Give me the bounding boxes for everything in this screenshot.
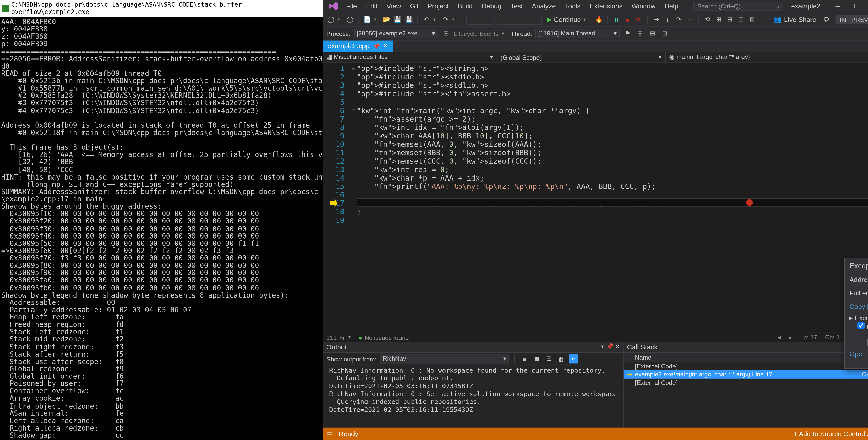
menu-file[interactable]: File [342,1,361,11]
tool-icon-5[interactable]: ⊠ [748,15,757,24]
config-dropdown[interactable] [466,14,494,25]
vs-titlebar: File Edit View Git Project Build Debug T… [323,0,868,12]
platform-dropdown[interactable] [497,14,541,25]
tool-icon-3[interactable]: ⊟ [725,15,734,24]
stack-frame-icon[interactable]: ⚑ [623,29,632,38]
pin-icon[interactable]: 📌 [373,43,379,49]
console-output[interactable]: AAA: 004AFB00 y: 004AFB30 z: 004AFB60 p:… [0,17,323,440]
tab-close-icon[interactable]: ✕ [383,42,389,50]
member-dropdown[interactable]: ◉ main(int argc, char ** argv)▾ [666,52,868,63]
add-source-control[interactable]: ↑ Add to Source Control ▴ [794,430,868,438]
dbg-tool-3[interactable]: ⊡ [660,29,669,38]
thread-dropdown[interactable]: [11916] Main Thread▾ [535,29,620,38]
editor-tabs: example2.cpp 📌 ✕ [323,41,868,52]
open-icon[interactable]: 📂 [382,15,391,24]
output-tool-2[interactable]: ≣ [532,354,541,363]
output-text[interactable]: RichNav Information: 0 : No workspace fo… [323,365,623,428]
search-placeholder: Search (Ctrl+Q) [697,3,741,9]
save-all-icon[interactable]: 💾 [405,15,413,24]
continue-button[interactable]: ▶ Continue ▾ [544,15,592,24]
hot-reload-icon[interactable]: 🔥 [594,15,603,24]
redo-icon[interactable]: ↷ [441,15,450,24]
console-titlebar[interactable]: C:\MSDN\cpp-docs-pr\docs\c-language\ASAN… [0,0,323,17]
int-preview-badge[interactable]: INT PREVIEW [835,15,868,24]
exception-title: Exception Thrown [849,262,868,270]
line-numbers: 12345678910111213141516171819 [323,63,350,332]
exception-detail: Full error details can be found in the o… [849,289,868,297]
new-item-icon[interactable]: 📄 [363,15,372,24]
minimize-button[interactable]: ─ [828,0,847,12]
copy-details-link[interactable]: Copy Details [849,303,868,310]
menu-extensions[interactable]: Extensions [586,1,626,11]
exception-settings-header[interactable]: ▸ Exception Settings [849,314,868,322]
lifecycle-label[interactable]: Lifecycle Events [454,30,499,37]
nav-back-icon[interactable]: ◯ [327,15,335,24]
tool-icon-4[interactable]: ⊡ [737,15,746,24]
zoom-level[interactable]: 111 % [327,334,344,341]
menu-view[interactable]: View [383,1,405,11]
menu-edit[interactable]: Edit [362,1,381,11]
menu-project[interactable]: Project [424,1,453,11]
break-checkbox[interactable]: Break when this exception type is thrown [857,323,868,331]
search-box[interactable]: Search (Ctrl+Q) ⌕ [693,2,783,11]
output-source-dropdown[interactable]: RichNav▾ [380,354,509,363]
step-over-icon[interactable]: ↷ [674,15,683,24]
restart-icon[interactable]: ⟳ [634,15,643,24]
output-dd-icon[interactable]: ▾ [601,343,604,351]
tool-icon-1[interactable]: ⟲ [703,15,712,24]
output-close-icon[interactable]: ✕ [615,343,620,351]
tab-example2-cpp[interactable]: example2.cpp 📌 ✕ [323,41,393,52]
save-icon[interactable]: 💾 [393,15,402,24]
menu-git[interactable]: Git [406,1,423,11]
process-dropdown[interactable]: [28056] example2.exe▾ [354,29,438,38]
show-next-icon[interactable]: ➡ [652,15,661,24]
cs-name-header[interactable]: Name [627,354,862,361]
live-share-icon: 👥 [773,15,782,24]
nav-right-icon[interactable]: ▸ [789,334,792,341]
feedback-icon[interactable]: 🗩 [822,15,831,24]
output-tool-4[interactable]: 🗑 [557,354,566,363]
func-icon: ◉ [669,54,677,60]
nav-fwd-icon[interactable]: ◯ [346,15,354,24]
menu-analyze[interactable]: Analyze [528,1,560,11]
char-info[interactable]: Ch: 1 [825,334,840,341]
exception-message: Address Sanitizer Error: Stack buffer ov… [849,276,868,284]
undo-icon[interactable]: ↶ [422,15,431,24]
output-pin-icon[interactable]: 📌 [606,343,613,351]
show-output-label: Show output from: [327,355,376,362]
maximize-button[interactable]: ☐ [847,0,866,12]
stop-icon[interactable]: ■ [623,15,632,24]
live-share-button[interactable]: 👥 Live Share [770,15,819,24]
menu-debug[interactable]: Debug [478,1,505,11]
scope-dropdown[interactable]: (Global Scope)▾ [497,52,665,63]
tool-icon-2[interactable]: ⊞ [714,15,723,24]
close-button[interactable]: ✕ [866,0,868,12]
status-icon[interactable]: ▭ [327,429,335,438]
output-tool-5[interactable]: ↵ [569,354,578,363]
step-into-icon[interactable]: ↓ [663,15,672,24]
break-all-icon[interactable]: ⏸ [612,15,621,24]
menu-help[interactable]: Help [660,1,682,11]
open-exception-settings-link[interactable]: Open Exception Settings [849,350,868,358]
step-out-icon[interactable]: ↑ [685,15,694,24]
callstack-rows[interactable]: [External Code] ➡example2.exe!main(int a… [624,362,868,428]
menu-tools[interactable]: Tools [561,1,584,11]
dbg-tool-1[interactable]: ⊞ [636,29,644,38]
output-tool-1[interactable]: ≡ [520,354,529,363]
issues-status[interactable]: No issues found [365,334,409,341]
menu-window[interactable]: Window [627,1,659,11]
search-icon: ⌕ [775,3,779,9]
lifecycle-icon[interactable]: ⊞ [441,29,451,38]
line-info[interactable]: Ln: 17 [800,334,817,341]
resize-grip-icon[interactable]: ⋰ [849,358,868,364]
nav-left-icon[interactable]: ◂ [777,334,781,341]
code-editor[interactable]: 12345678910111213141516171819 ⊟ ⊟ "op">#… [323,63,868,332]
project-dropdown[interactable]: ▦ Miscellaneous Files▾ [323,52,497,63]
console-title-text: C:\MSDN\cpp-docs-pr\docs\c-language\ASAN… [11,1,321,15]
dbg-tool-2[interactable]: ⊟ [648,29,657,38]
code-body[interactable]: "op">#include "str"><string.h>"op">#incl… [357,63,868,332]
menu-test[interactable]: Test [506,1,527,11]
menu-build[interactable]: Build [454,1,476,11]
fold-gutter[interactable]: ⊟ ⊟ [350,63,356,332]
output-tool-3[interactable]: ⊟ [545,354,554,363]
